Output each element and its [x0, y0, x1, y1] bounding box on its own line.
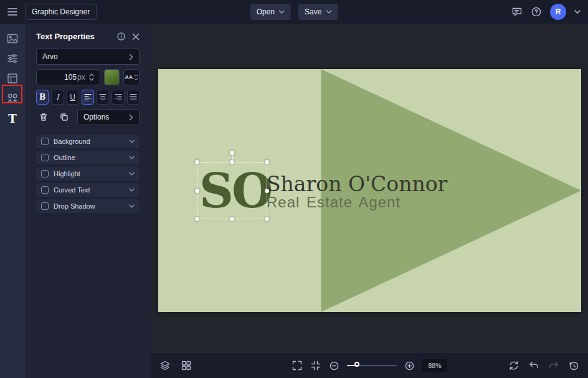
top-bar: Graphic Designer Open Save R — [0, 0, 588, 24]
delete-button[interactable] — [36, 110, 51, 125]
bottom-bar-left — [159, 353, 192, 378]
undo-button[interactable] — [528, 360, 539, 371]
align-center-button[interactable] — [97, 90, 109, 105]
bold-button[interactable]: B — [36, 90, 49, 105]
fit-to-screen-button[interactable] — [310, 360, 321, 371]
selection-handle-top-center[interactable] — [230, 160, 234, 164]
bottom-bar: 88% — [151, 353, 588, 378]
font-size-stepper[interactable] — [89, 73, 94, 81]
open-button[interactable]: Open — [250, 4, 291, 20]
hamburger-menu-icon[interactable] — [7, 7, 17, 16]
tool-rail: T — [0, 24, 25, 378]
chevron-right-icon — [129, 54, 133, 60]
zoom-in-button[interactable] — [404, 361, 415, 371]
zoom-slider[interactable] — [347, 361, 397, 371]
avatar[interactable]: R — [550, 4, 566, 20]
selection-handle-bottom-center[interactable] — [230, 217, 234, 221]
font-family-value: Arvo — [42, 52, 129, 61]
selection-handle-mid-right[interactable] — [265, 189, 269, 193]
templates-tool-button[interactable] — [0, 69, 25, 88]
background-checkbox[interactable] — [41, 138, 49, 145]
align-left-button[interactable] — [82, 90, 94, 105]
topbar-right: R — [511, 4, 581, 20]
account-chevron-down-icon[interactable] — [574, 10, 581, 14]
close-icon[interactable] — [132, 33, 140, 40]
zoom-in-icon — [404, 361, 415, 371]
chevron-down-icon — [279, 10, 285, 14]
rotation-handle[interactable] — [230, 151, 234, 155]
panel-header: Text Properties — [36, 32, 140, 41]
selection-handle-top-left[interactable] — [195, 160, 199, 164]
trash-icon — [38, 111, 49, 123]
sliders-icon — [6, 52, 19, 65]
save-button[interactable]: Save — [298, 4, 338, 20]
subtitle-text[interactable]: Real Estate Agent — [267, 195, 401, 210]
underline-button[interactable]: U — [67, 90, 79, 105]
chevron-right-icon — [129, 114, 133, 121]
curved-text-label: Curved Text — [54, 186, 129, 194]
selection-box[interactable] — [197, 162, 267, 219]
duplicate-button[interactable] — [57, 110, 72, 125]
align-right-button[interactable] — [111, 90, 124, 105]
duplicate-icon — [59, 111, 70, 123]
highlight-section-row[interactable]: Highlight — [36, 167, 140, 181]
drop-shadow-checkbox[interactable] — [41, 202, 49, 210]
fullscreen-icon — [292, 360, 303, 371]
letter-spacing-button[interactable]: AA — [123, 69, 140, 85]
letter-spacing-icon: AA — [125, 74, 138, 80]
adjustments-tool-button[interactable] — [0, 49, 25, 69]
chevron-down-icon — [129, 156, 135, 159]
background-label: Background — [54, 138, 129, 145]
font-size-value: 105 — [64, 73, 77, 82]
text-color-swatch[interactable] — [104, 69, 120, 85]
fullscreen-button[interactable] — [292, 360, 303, 371]
info-icon[interactable] — [116, 32, 126, 41]
curved-text-checkbox[interactable] — [41, 186, 49, 194]
sync-icon — [508, 360, 519, 371]
highlight-checkbox[interactable] — [41, 170, 49, 177]
selection-handle-bottom-left[interactable] — [195, 217, 199, 221]
selection-handle-top-right[interactable] — [265, 160, 269, 164]
curved-text-section-row[interactable]: Curved Text — [36, 183, 140, 197]
selection-handle-mid-left[interactable] — [195, 189, 199, 193]
selection-handle-bottom-right[interactable] — [265, 217, 269, 221]
options-label: Options — [83, 113, 129, 121]
layers-button[interactable] — [159, 360, 171, 371]
font-family-select[interactable]: Arvo — [36, 49, 140, 65]
history-button[interactable] — [568, 360, 579, 371]
font-size-row: 105 px AA — [36, 69, 140, 85]
justify-button[interactable] — [127, 90, 140, 105]
zoom-out-icon — [329, 361, 339, 371]
toggle-list: Background Outline Highlight Curved Text… — [36, 135, 140, 213]
open-button-label: Open — [257, 7, 275, 16]
templates-icon — [6, 72, 19, 85]
chevron-down-icon — [129, 139, 135, 143]
image-icon — [6, 32, 19, 45]
options-select[interactable]: Options — [77, 109, 140, 125]
font-size-input[interactable]: 105 px — [36, 69, 100, 85]
align-right-icon — [115, 93, 122, 101]
text-tool-button[interactable]: T — [0, 108, 25, 128]
fit-screen-icon — [310, 360, 321, 371]
zoom-level-input[interactable]: 88% — [422, 359, 447, 372]
name-text[interactable]: Sharon O'Connor — [267, 174, 447, 194]
elements-tool-button[interactable] — [0, 88, 25, 108]
history-controls — [508, 353, 579, 378]
background-section-row[interactable]: Background — [36, 135, 140, 148]
images-tool-button[interactable] — [0, 29, 25, 49]
drop-shadow-section-row[interactable]: Drop Shadow — [36, 199, 140, 213]
help-icon[interactable] — [531, 6, 542, 17]
outline-section-row[interactable]: Outline — [36, 151, 140, 164]
format-row: B I U — [36, 90, 140, 105]
comments-icon[interactable] — [511, 6, 523, 17]
outline-checkbox[interactable] — [41, 154, 49, 161]
pages-grid-button[interactable] — [181, 360, 192, 371]
refresh-button[interactable] — [508, 360, 519, 371]
stepper-down-icon — [89, 78, 94, 81]
italic-button[interactable]: I — [51, 90, 64, 105]
app-title-button[interactable]: Graphic Designer — [25, 4, 97, 20]
zoom-out-button[interactable] — [329, 361, 339, 371]
redo-button[interactable] — [548, 360, 559, 371]
artboard[interactable]: SO Sharon O'Connor Real Estate Agent — [158, 69, 581, 312]
outline-label: Outline — [54, 154, 129, 161]
